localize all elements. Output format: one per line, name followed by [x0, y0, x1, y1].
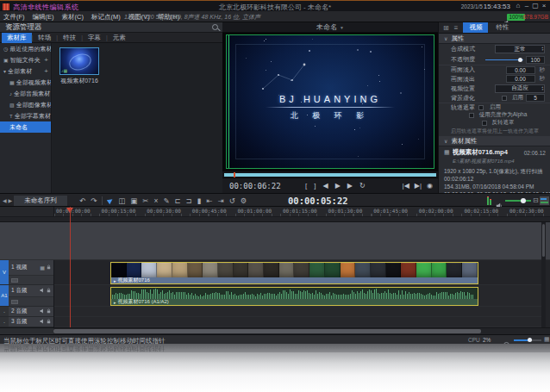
volume-knob[interactable] [521, 198, 526, 203]
insert-tool[interactable]: ▮ [197, 197, 202, 205]
horizontal-scrollbar-thumb[interactable] [53, 329, 481, 333]
cut-tool[interactable]: ✂ [142, 197, 148, 205]
lock-icon[interactable] [47, 264, 51, 271]
trim-out-tool[interactable]: ⊐ [186, 197, 192, 205]
preview-header[interactable]: 未命名 ▼ [222, 22, 438, 33]
track-lane-4[interactable] [54, 317, 546, 327]
tree-item-3[interactable]: ▦全部视频素材 [0, 77, 51, 88]
duplicate-tool[interactable]: ▣ [130, 197, 137, 205]
inspector-tab-0[interactable]: 视频 [463, 22, 488, 33]
tree-item-1[interactable]: ▣智能文件夹+ [0, 54, 51, 65]
maximize-button[interactable]: ▢ [531, 2, 540, 10]
section-properties[interactable]: ∨ 属性 [439, 34, 550, 44]
timeline-minimap[interactable] [540, 196, 549, 205]
blur-value[interactable]: 5 [526, 94, 545, 102]
matte-luma-checkbox[interactable] [469, 113, 474, 118]
bin-tab-4[interactable]: 元素 [108, 33, 131, 43]
search-icon[interactable] [212, 24, 218, 30]
jump-start-tool[interactable]: ⇤ [206, 197, 212, 205]
preview-scrub-bar[interactable] [222, 171, 438, 177]
track-vertical-scrollbar[interactable] [541, 222, 546, 327]
video-position-select[interactable]: 自适应 ▴▾ [495, 84, 545, 93]
expand-icon[interactable]: ⊞ [443, 24, 449, 32]
bin-tab-0[interactable]: 素材库 [2, 33, 32, 43]
jump-end-tool[interactable]: ⇥ [218, 197, 224, 205]
menu-icon[interactable]: ≡ [454, 24, 459, 32]
close-button[interactable]: × [540, 2, 548, 10]
spinner-icon[interactable]: ▴▾ [541, 47, 543, 52]
bin-tab-2[interactable]: 特技 [58, 33, 81, 43]
status-slider-knob[interactable] [528, 338, 532, 342]
prev-frame-button[interactable]: ◀ [322, 183, 328, 190]
range-select-tool[interactable]: ◫ [118, 197, 125, 205]
speaker-icon[interactable] [40, 308, 45, 314]
tree-item-0[interactable]: ◷最近使用的素材 [0, 43, 51, 54]
replay-tool[interactable]: ↺ [229, 197, 235, 205]
vertical-scrollbar-thumb[interactable] [542, 224, 545, 257]
blend-mode-select[interactable]: 正常 ▴▾ [495, 45, 545, 53]
timeline-audio-clip[interactable]: ▸ 视频素材0716 (A1/A2) [110, 287, 478, 306]
volume-slider[interactable] [505, 200, 531, 202]
scrub-progress[interactable] [224, 173, 436, 177]
clip-thumbnail-image[interactable]: ♪▦ [59, 47, 99, 75]
spinner-icon[interactable]: ▴▾ [541, 86, 543, 91]
speaker-icon[interactable] [40, 288, 45, 294]
blur-enable-checkbox[interactable] [502, 96, 507, 101]
capture-frame-button[interactable]: ◉ [427, 183, 433, 190]
redo-tool[interactable]: ↷ [91, 197, 97, 205]
inspector-tab-1[interactable]: 特性 [490, 22, 515, 33]
clip-expand-icon[interactable]: ▸ [114, 300, 116, 305]
preview-video-frame[interactable]: BJ HUANYING 北 极 环 影 [226, 34, 434, 169]
mark-in-button[interactable]: [ [305, 183, 307, 190]
bin-tab-1[interactable]: 转场 [33, 33, 56, 43]
track-lane-3[interactable] [54, 307, 546, 317]
tree-item-5[interactable]: ▨全部图像素材 [0, 99, 51, 110]
matte-invert-checkbox[interactable] [482, 121, 487, 126]
clip-expand-icon[interactable]: ▸ [114, 278, 116, 283]
section-clip-properties[interactable]: ∨ 素材属性 [439, 136, 550, 146]
opacity-slider[interactable] [485, 57, 523, 63]
pencil-tool[interactable]: ✎ [163, 197, 169, 205]
horizontal-scrollbar[interactable] [0, 327, 550, 334]
settings-tool[interactable]: ⚙ [241, 197, 247, 205]
delete-tool[interactable]: × [153, 197, 158, 205]
film-icon[interactable]: ▦ [40, 265, 45, 271]
add-icon[interactable]: + [44, 56, 48, 64]
empty-track-area[interactable] [0, 222, 550, 260]
go-start-button[interactable]: |◀ [403, 183, 409, 190]
fade-out-value[interactable]: 0.00 [506, 75, 535, 83]
lock-icon[interactable] [47, 288, 51, 294]
tree-item-2[interactable]: ▾全部素材+ [0, 65, 51, 77]
fade-in-value[interactable]: 0.00 [506, 66, 535, 74]
loop-button[interactable]: ↻ [359, 183, 366, 190]
lock-icon[interactable] [47, 308, 51, 314]
clip-thumbnail-card[interactable]: ♪▦ 视频素材0716 [58, 47, 101, 85]
track-badge[interactable]: · [0, 317, 9, 327]
bin-tab-3[interactable]: 字幕 [83, 33, 106, 43]
timeline-video-clip[interactable]: ▸ 视频素材0716 [110, 262, 478, 284]
grid-icon[interactable]: ▦ [544, 336, 550, 343]
lock-icon[interactable] [47, 319, 51, 325]
trim-in-tool[interactable]: ⊏ [175, 197, 181, 205]
mixer-icon[interactable] [11, 300, 18, 304]
tree-item-4[interactable]: ♪全部音频素材 [0, 88, 51, 99]
sequence-tab[interactable]: 未命名序列 [14, 196, 67, 206]
layout-icon[interactable]: ⊟ [533, 196, 539, 204]
menu-item[interactable]: 标记点(M) [91, 13, 121, 22]
playhead-line[interactable] [70, 207, 71, 327]
home-button[interactable]: ⌂ [514, 2, 522, 10]
mark-out-button[interactable]: ] [314, 183, 316, 190]
minimize-button[interactable]: – [522, 2, 531, 10]
menu-item[interactable]: 素材(C) [62, 13, 84, 22]
next-frame-button[interactable]: ▶ [347, 183, 353, 190]
track-matte-enable-checkbox[interactable] [478, 105, 484, 110]
track-badge[interactable]: V [0, 260, 9, 284]
undo-tool[interactable]: ↶ [79, 197, 85, 205]
sequence-nav-arrows[interactable]: ◀▶ [3, 197, 14, 203]
menu-item[interactable]: 文件(F) [3, 13, 25, 22]
opacity-value[interactable]: 100 [526, 56, 545, 64]
play-button[interactable]: ▶ [335, 183, 341, 190]
tree-item-7[interactable]: 未命名 [0, 121, 51, 133]
go-end-button[interactable]: ▶| [415, 183, 422, 190]
track-badge[interactable]: A1 [0, 285, 9, 306]
